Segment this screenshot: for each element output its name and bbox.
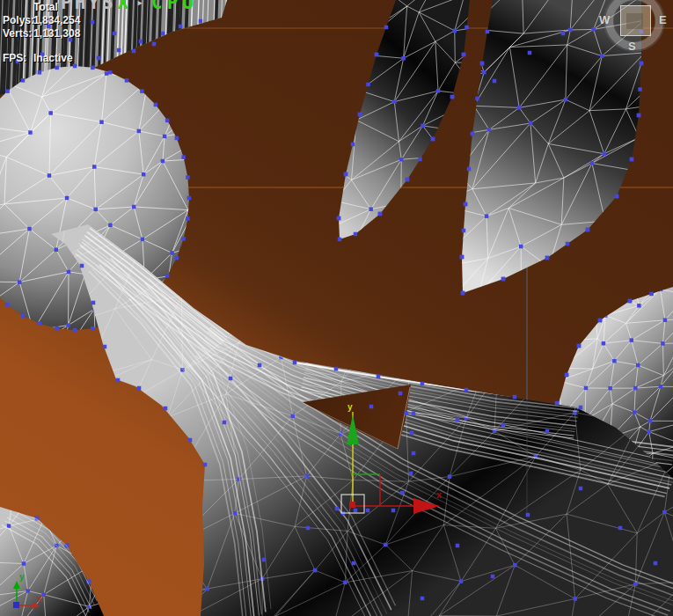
stats-fps-label: FPS: bbox=[3, 52, 33, 65]
compass-east-label[interactable]: E bbox=[659, 13, 667, 26]
gizmo-y-axis-label: y bbox=[347, 403, 353, 412]
viewcube-top-face[interactable] bbox=[620, 5, 651, 36]
world-axis-y-label: y bbox=[19, 573, 25, 582]
stats-row-polys: Polys:1,834,254 bbox=[3, 14, 80, 27]
stats-overlay: Total Polys:1,834,254 Verts:1,131,308 FP… bbox=[3, 1, 80, 65]
stats-polys-value: 1,834,254 bbox=[33, 14, 80, 26]
viewcube-face-shade bbox=[626, 13, 643, 29]
stats-row-verts: Verts:1,131,308 bbox=[3, 27, 80, 40]
world-axis-x-label: x bbox=[37, 595, 42, 604]
stats-verts-value: 1,131,308 bbox=[33, 27, 80, 40]
logo-text-cpu: CPU bbox=[151, 0, 198, 12]
viewport-3d[interactable]: PHYS X ▸ CPU Total Polys:1,834,254 Verts… bbox=[0, 0, 673, 616]
logo-arrow-icon: ▸ bbox=[136, 0, 146, 8]
scene-svg bbox=[0, 0, 673, 616]
physx-logo: PHYS X ▸ CPU bbox=[61, 0, 198, 12]
transform-gizmo[interactable] bbox=[339, 403, 449, 516]
stats-row-fps: FPS:Inactive bbox=[3, 52, 80, 65]
stats-total-value: Total bbox=[33, 1, 58, 13]
stats-polys-label: Polys: bbox=[3, 14, 33, 27]
compass-south-label[interactable]: S bbox=[628, 40, 636, 53]
stats-verts-label: Verts: bbox=[3, 27, 33, 40]
compass-west-label[interactable]: W bbox=[599, 13, 610, 26]
stats-fps-value: Inactive bbox=[33, 52, 73, 64]
gizmo-x-axis-label: x bbox=[436, 490, 442, 500]
stats-row-total: Total bbox=[3, 1, 80, 14]
logo-text-x: X bbox=[118, 0, 132, 12]
